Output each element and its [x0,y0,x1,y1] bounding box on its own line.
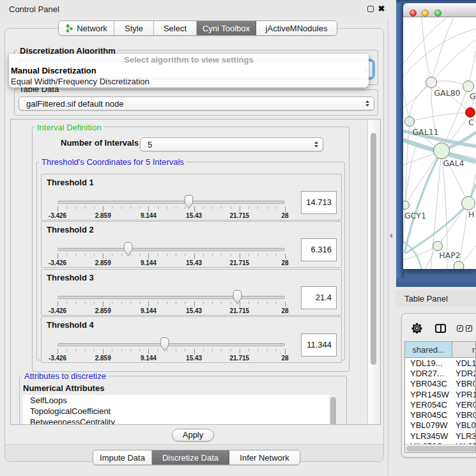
network-node-h[interactable] [462,197,475,210]
threshold-value-field[interactable]: 6.316 [301,238,337,261]
popup-item-equal-width-frequency[interactable]: Equal Width/Frequency Discretization [9,76,369,87]
splitter-collapse-icon[interactable] [389,233,392,238]
threshold-slider-thumb[interactable] [183,194,194,212]
float-window-icon[interactable] [367,6,374,12]
popup-item-manual-discretization[interactable]: Manual Discretization [9,65,369,76]
close-traffic-light[interactable] [410,10,417,17]
table-row[interactable]: YER054CYER054C [405,399,476,410]
attributes-list-scrollbar[interactable] [329,395,337,425]
slider-minor-tick [267,302,268,304]
network-edge[interactable] [431,40,476,82]
vertical-scrollbar-thumb[interactable] [371,133,376,365]
network-edge[interactable] [403,17,447,64]
slider-minor-tick [158,349,158,351]
zoom-traffic-light[interactable] [434,10,441,17]
table-row[interactable]: YDL19...YDL19... [405,358,476,368]
network-edge[interactable] [403,29,476,77]
table-row[interactable]: YLR345WYLR345W [405,431,476,441]
tab-infer-network[interactable]: Infer Network [229,450,300,464]
threshold-slider-track[interactable] [58,248,285,251]
threshold-slider-track[interactable] [58,201,285,204]
tab-jactivemnodules[interactable]: jActiveMNodules [256,21,337,35]
horizontal-scrollbar-thumb[interactable] [406,446,476,452]
tab-select[interactable]: Select [154,21,197,35]
popup-item-placeholder[interactable]: Select algorithm to view settings [9,54,369,65]
network-edge[interactable] [405,151,441,205]
minimize-traffic-light[interactable] [422,10,429,17]
network-graph: GAL80GACGAL11GAL4GCY1HHAP2 [403,17,476,269]
network-node-c[interactable] [466,108,475,118]
checkbox-icon[interactable]: ✓ [466,325,472,332]
network-window-titlebar[interactable] [403,3,476,17]
threshold-value-field[interactable]: 14.713 [301,191,337,214]
slider-major-tick [240,206,240,211]
close-icon[interactable]: ✖ [376,1,387,17]
apply-button[interactable]: Apply [172,429,214,441]
vertical-scrollbar[interactable] [367,119,380,424]
network-node[interactable] [454,261,464,269]
tab-impute-data[interactable]: Impute Data [93,450,152,464]
table-column-header[interactable]: n... [452,342,476,358]
slider-minor-tick [257,254,258,256]
thresholds-coordinates-label: Threshold's Coordinates for 5 Intervals [39,158,187,167]
network-edge-thick[interactable] [404,151,441,253]
network-edge[interactable] [422,17,431,82]
horizontal-scrollbar[interactable] [405,444,475,453]
tab-discretize-data[interactable]: Discretize Data [152,450,229,464]
attribute-list-item[interactable]: SelfLoops [23,395,329,406]
threshold-value-field[interactable]: 11.344 [301,334,337,357]
slider-minor-tick [139,349,140,351]
network-node-ga[interactable] [463,81,474,92]
network-node-gal4[interactable] [434,143,450,159]
columns-icon[interactable] [435,324,446,333]
slider-major-tick [58,254,58,259]
slider-minor-tick [185,302,185,304]
tab-cyni-toolbox[interactable]: Cyni Toolbox [197,21,256,35]
network-canvas[interactable]: GAL80GACGAL11GAL4GCY1HHAP2 [403,17,476,269]
network-edge[interactable] [431,17,454,82]
slider-major-tick [194,349,195,354]
table-data-combobox[interactable]: galFiltered.sif default node [19,96,374,111]
network-node-gal80[interactable] [426,77,437,88]
network-node-hap2[interactable] [433,242,443,251]
slider-minor-tick [112,349,112,351]
threshold-slider-thumb[interactable] [159,337,170,355]
network-node-gcy1[interactable] [403,201,410,210]
slider-minor-tick [212,254,213,256]
slider-minor-tick [112,302,112,304]
slider-minor-tick [267,206,268,209]
attribute-list-item[interactable]: BetweennessCentrality [23,417,329,425]
slider-tick-label: 9.144 [132,307,164,314]
attribute-list-item[interactable]: TopologicalCoefficient [23,406,329,417]
table-row[interactable]: YBR045CYBR045C [405,410,476,420]
attributes-group-label: Attributes to discretize [22,372,109,381]
network-edge[interactable] [410,112,470,121]
threshold-slider-thumb[interactable] [232,289,243,307]
slider-major-tick [58,302,58,307]
threshold-slider-thumb[interactable] [123,242,134,259]
table-row[interactable]: YDR27...YDR27... [405,368,476,378]
table-column-header[interactable]: shared... [405,342,452,358]
checkbox-icon[interactable]: ✓ [457,325,463,332]
threshold-slider-track[interactable] [58,343,285,346]
slider-minor-tick [221,206,222,209]
network-edge[interactable] [438,203,468,246]
network-node-gal11[interactable] [405,117,415,127]
tab-style[interactable]: Style [114,21,154,35]
attributes-list-scrollbar-thumb[interactable] [330,397,336,425]
table-row[interactable]: YBL079WYBL079W [405,420,476,431]
slider-minor-tick [231,302,231,304]
threshold-label: Threshold 2 [47,225,94,234]
table-row[interactable]: YPR145WYPR145W [405,389,476,399]
network-edge[interactable] [410,82,431,121]
table-panel-titlebar: Table Panel [395,290,476,307]
slider-minor-tick [121,206,122,209]
threshold-slider-track[interactable] [58,296,285,299]
gear-icon[interactable] [411,323,422,334]
tab-network[interactable]: Network [59,21,114,35]
numerical-attributes-list[interactable]: SelfLoopsTopologicalCoefficientBetweenne… [23,395,329,425]
number-of-intervals-combobox[interactable]: 5 [140,137,323,151]
table-row[interactable]: YBR043CYBR043C [405,379,476,389]
threshold-value-field[interactable]: 21.4 [301,286,337,309]
slider-minor-tick [75,254,76,256]
